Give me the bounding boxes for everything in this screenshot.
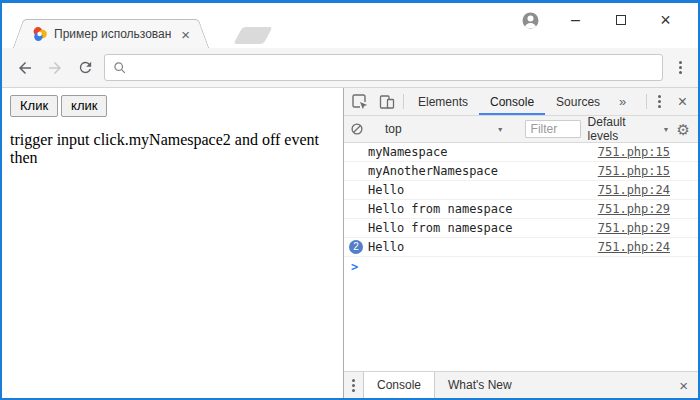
console-message-row: Hello from namespace 751.php:29 (344, 219, 698, 238)
source-link[interactable]: 751.php:29 (598, 202, 670, 216)
execution-context-select[interactable]: top ▼ (381, 122, 508, 136)
favicon-icon (32, 26, 48, 42)
console-toolbar: top ▼ Default levels ▼ ⚙ (344, 116, 698, 143)
separator (403, 94, 404, 109)
separator (646, 94, 647, 109)
source-link[interactable]: 751.php:24 (598, 183, 670, 197)
maximize-button[interactable] (598, 15, 643, 25)
console-message-row: myNamespace 751.php:15 (344, 143, 698, 162)
page-buttons: Клик клик (10, 95, 335, 117)
devtools-close-icon[interactable]: × (669, 88, 696, 115)
tab-sources[interactable]: Sources (545, 88, 611, 115)
window-controls: – × (508, 8, 688, 32)
log-levels-select[interactable]: Default levels ▼ (586, 115, 672, 143)
console-message-text: myAnotherNamespace (368, 164, 498, 178)
more-tabs-icon[interactable]: » (611, 88, 634, 115)
prompt-chevron-icon: > (351, 260, 358, 274)
window-close-button[interactable]: × (643, 11, 688, 29)
new-tab-button[interactable] (233, 27, 272, 44)
address-bar[interactable] (104, 54, 663, 81)
tab-elements[interactable]: Elements (407, 88, 479, 115)
source-link[interactable]: 751.php:29 (598, 221, 670, 235)
chevron-down-icon: ▼ (663, 126, 670, 133)
devtools-menu-icon[interactable] (650, 88, 669, 115)
console-message-row: Hello 751.php:24 (344, 181, 698, 200)
console-message-text: myNamespace (368, 145, 447, 159)
console-message-row: Hello from namespace 751.php:29 (344, 200, 698, 219)
profile-icon[interactable] (508, 11, 553, 30)
console-message-text: Hello (368, 183, 404, 197)
tab-title: Пример использования (54, 27, 171, 41)
devtools-panel: Elements Console Sources » × top (344, 88, 698, 398)
repeat-count-badge: 2 (349, 240, 363, 254)
console-message-row: myAnotherNamespace 751.php:15 (344, 162, 698, 181)
device-toolbar-icon[interactable] (373, 88, 400, 115)
source-link[interactable]: 751.php:15 (598, 145, 670, 159)
tab-console[interactable]: Console (479, 88, 545, 115)
clear-console-icon[interactable] (350, 122, 364, 136)
console-prompt[interactable]: > (344, 257, 698, 276)
console-message-text: Hello (368, 240, 404, 254)
content-area: Клик клик trigger input click.myNamespac… (2, 88, 698, 398)
devtools-tabbar-right: × (643, 88, 696, 115)
maximize-icon (616, 15, 626, 25)
minimize-button[interactable]: – (553, 12, 598, 28)
chevron-down-icon: ▼ (497, 126, 504, 133)
browser-tab[interactable]: Пример использования × (26, 19, 196, 48)
source-link[interactable]: 751.php:15 (598, 164, 670, 178)
console-message-list: myNamespace 751.php:15 myAnotherNamespac… (344, 143, 698, 257)
browser-menu-icon[interactable] (671, 61, 690, 74)
page-body-text: trigger input click.myNamespace2 and off… (10, 131, 335, 167)
filter-input[interactable] (525, 120, 581, 138)
drawer-tab-whats-new[interactable]: What's New (435, 372, 525, 398)
titlebar: Пример использования × – × (2, 3, 698, 48)
navigation-bar (2, 48, 698, 88)
page-viewport: Клик клик trigger input click.myNamespac… (2, 88, 344, 398)
browser-window: Пример использования × – × (0, 0, 700, 400)
click-button-2[interactable]: клик (61, 95, 107, 117)
forward-button[interactable] (40, 53, 70, 83)
click-button-1[interactable]: Клик (10, 95, 58, 117)
drawer-menu-icon[interactable] (344, 372, 363, 398)
devtools-drawer: Console What's New × (344, 371, 698, 398)
settings-gear-icon[interactable]: ⚙ (677, 122, 692, 137)
search-icon (113, 61, 127, 75)
address-input[interactable] (133, 59, 654, 76)
reload-button[interactable] (70, 53, 100, 83)
tab-close-icon[interactable]: × (177, 27, 194, 42)
back-button[interactable] (10, 53, 40, 83)
source-link[interactable]: 751.php:24 (598, 240, 670, 254)
console-output: myNamespace 751.php:15 myAnotherNamespac… (344, 143, 698, 371)
drawer-tab-console[interactable]: Console (363, 372, 435, 398)
devtools-tabbar: Elements Console Sources » × (344, 88, 698, 116)
console-message-text: Hello from namespace (368, 221, 513, 235)
inspect-element-icon[interactable] (346, 88, 373, 115)
console-message-row: 2 Hello 751.php:24 (344, 238, 698, 257)
drawer-close-icon[interactable]: × (669, 372, 698, 398)
console-message-text: Hello from namespace (368, 202, 513, 216)
